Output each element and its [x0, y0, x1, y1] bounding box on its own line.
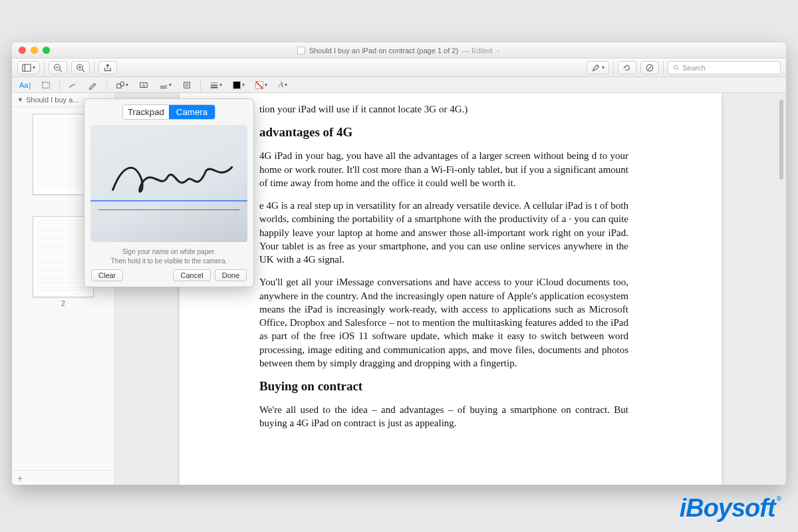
sidebar-toggle-button[interactable]: ▾: [17, 61, 40, 74]
separator: [200, 80, 201, 90]
separator: [613, 61, 614, 74]
font-style-tool[interactable]: A ▾: [276, 79, 289, 91]
add-page-button[interactable]: +: [12, 470, 114, 485]
zoom-window-button[interactable]: [43, 47, 50, 54]
svg-point-10: [674, 65, 678, 69]
cancel-button[interactable]: Cancel: [173, 269, 210, 281]
camera-tab[interactable]: Camera: [169, 105, 215, 119]
note-tool[interactable]: [180, 79, 194, 91]
window-title: Should I buy an iPad on contract (page 1…: [12, 47, 786, 55]
sketch-tool[interactable]: [66, 79, 80, 91]
body-text: We're all used to the idea – and advanta…: [259, 403, 628, 430]
watermark-logo: iBoysoft®: [680, 495, 781, 524]
document-icon: [297, 47, 305, 55]
camera-preview: [90, 125, 247, 242]
body-text: tion your iPad will use if it cannot loc…: [259, 102, 628, 116]
separator: [663, 61, 664, 74]
title-text: Should I buy an iPad on contract (page 1…: [309, 47, 458, 55]
clear-button[interactable]: Clear: [91, 269, 123, 281]
svg-line-3: [60, 69, 63, 72]
done-button[interactable]: Done: [215, 269, 247, 281]
scrollbar-thumb[interactable]: [779, 100, 783, 180]
close-window-button[interactable]: [19, 47, 26, 54]
heading-advantages: advantages of 4G: [259, 125, 628, 140]
search-placeholder: Search: [682, 64, 706, 72]
svg-line-11: [677, 68, 679, 70]
line-weight-tool[interactable]: ▾: [207, 79, 224, 91]
body-text: 4G iPad in your bag, you have all the ad…: [259, 149, 628, 190]
highlight-button[interactable]: ▾: [587, 61, 609, 74]
text-selection-tool[interactable]: Aa |: [17, 79, 33, 91]
zoom-in-button[interactable]: [71, 61, 90, 74]
titlebar: Should I buy an iPad on contract (page 1…: [12, 43, 786, 59]
draw-tool[interactable]: [86, 79, 100, 91]
markup-toggle-button[interactable]: [640, 61, 659, 74]
border-color-tool[interactable]: ▾: [231, 79, 247, 91]
zoom-out-button[interactable]: [49, 61, 67, 74]
signature-glyph: [106, 151, 235, 209]
separator: [59, 80, 60, 90]
svg-rect-0: [23, 64, 31, 71]
page-number-label: 2: [33, 300, 94, 307]
separator: [94, 61, 94, 74]
separator: [106, 80, 107, 90]
body-text: You'll get all your iMessage conversatio…: [259, 275, 628, 370]
sign-tool[interactable]: ▾: [157, 79, 174, 91]
signature-popover: Trackpad Camera Sign your name on white …: [84, 98, 254, 287]
text-tool[interactable]: A: [137, 79, 150, 91]
main-toolbar: ▾ ▾: [12, 59, 786, 77]
signature-source-segment: Trackpad Camera: [122, 104, 215, 120]
signature-hint: Sign your name on white paper. Then hold…: [90, 247, 248, 265]
svg-rect-12: [43, 82, 50, 88]
markup-toolbar: Aa | ▾ A ▾ ▾: [12, 77, 786, 93]
window-controls: [12, 47, 50, 54]
share-button[interactable]: [98, 61, 117, 74]
fill-color-tool[interactable]: ▾: [253, 79, 269, 91]
svg-line-6: [82, 69, 85, 72]
edited-label: — Edited: [462, 47, 492, 55]
popover-buttons: Clear Cancel Done: [90, 269, 248, 281]
svg-rect-18: [184, 82, 190, 88]
svg-text:A: A: [142, 82, 146, 87]
document-page: tion your iPad will use if it cannot loc…: [180, 93, 722, 485]
minimize-window-button[interactable]: [31, 47, 38, 54]
title-dropdown-icon[interactable]: ⌄: [496, 47, 501, 53]
heading-buying: Buying on contract: [259, 379, 628, 394]
separator: [44, 61, 45, 74]
search-field[interactable]: Search: [668, 61, 781, 74]
shapes-tool[interactable]: ▾: [114, 79, 130, 91]
trackpad-tab[interactable]: Trackpad: [123, 105, 169, 119]
body-text: e 4G is a real step up in versatility fo…: [259, 199, 628, 266]
rotate-button[interactable]: [618, 61, 636, 74]
rect-selection-tool[interactable]: [39, 79, 53, 91]
